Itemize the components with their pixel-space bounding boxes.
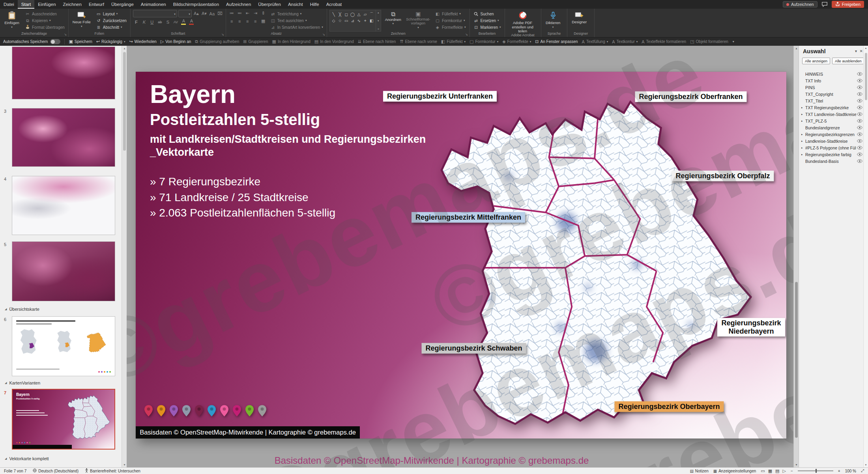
strikethrough-icon[interactable]: ab <box>157 19 163 25</box>
eye-icon[interactable] <box>856 79 862 82</box>
change-case-icon[interactable]: Aa <box>209 10 215 17</box>
zoom-in-icon[interactable]: + <box>838 469 840 473</box>
map-label-regierungsbezirk-schwaben[interactable]: Regierungsbezirk Schwaben <box>421 343 526 354</box>
gallery-down-icon[interactable]: ▾ <box>378 19 379 22</box>
expand-chevron-icon[interactable]: ▸ <box>801 153 805 156</box>
reading-view-icon[interactable]: ▤ <box>775 468 779 474</box>
shape-star-icon[interactable]: ☆ <box>337 17 343 24</box>
slide-thumbnail-6[interactable] <box>12 316 115 376</box>
eye-icon[interactable] <box>856 119 862 123</box>
reset-button[interactable]: ↺Zurücksetzen <box>95 17 128 24</box>
map-label-regierungsbezirk-oberfranken[interactable]: Regierungsbezirk Oberfranken <box>635 91 746 102</box>
language-button[interactable]: Deutsch (Deutschland) <box>33 468 79 473</box>
shape-rounded-rect-icon[interactable]: ▭ <box>343 17 350 24</box>
menu-bildschirmpräsentation[interactable]: Bildschirmpräsentation <box>170 0 223 9</box>
eye-icon[interactable] <box>856 72 862 76</box>
clear-formatting-icon[interactable]: ⌧ <box>217 10 223 17</box>
section-button[interactable]: ≣Abschnitt▾ <box>95 24 128 30</box>
menu-einfügen[interactable]: Einfügen <box>34 0 59 9</box>
eye-icon[interactable] <box>856 153 862 156</box>
slide-thumbnail-7[interactable]: Bayern Postleitzahlen 5-stellig <box>12 389 115 450</box>
qat-textkontur[interactable]: ATextkontur▾ <box>610 39 640 44</box>
qat-ebene-nach-vorne[interactable]: ⇈Ebene nach vorne <box>398 39 439 44</box>
gallery-scrollbar[interactable]: ▴▾≡ <box>376 10 381 31</box>
smartart-button[interactable]: ⊿In SmartArt konvertieren▾ <box>269 24 324 30</box>
paste-button[interactable]: Einfügen ▾ <box>2 10 21 32</box>
shape-outline-button[interactable]: ▢Formkontur▾ <box>434 17 467 24</box>
layer-txt-titel[interactable]: TXT_Titel <box>799 97 868 104</box>
qat-formeffekte[interactable]: ◈Formeffekte▾ <box>500 39 533 44</box>
dialog-launcher-icon[interactable]: ↘ <box>64 33 67 36</box>
justify-icon[interactable]: ≡ <box>252 18 259 24</box>
decrease-font-icon[interactable]: A▾ <box>201 10 208 17</box>
menu-animationen[interactable]: Animationen <box>137 0 170 9</box>
shape-diamond-icon[interactable]: ◇ <box>331 17 337 24</box>
expand-chevron-icon[interactable]: ▸ <box>801 140 805 143</box>
zoom-slider-thumb[interactable] <box>816 469 817 473</box>
layer-#plz-5-polygone-ohne-füll[interactable]: ▸#PLZ-5 Polygone (ohne Füll… <box>799 144 868 151</box>
layer-hinweis[interactable]: HINWEIS <box>799 71 868 77</box>
quick-styles-button[interactable]: ▣ Schnellformat-vorlagen ▾ <box>405 10 431 32</box>
shape-arc-icon[interactable]: ⌒ <box>369 11 375 17</box>
qat-wiederholen[interactable]: ↪Wiederholen <box>127 39 158 44</box>
comments-icon[interactable] <box>821 2 828 7</box>
replace-button[interactable]: ⇄Ersetzen▾ <box>472 17 502 24</box>
qat-in-den-hintergrund[interactable]: ▦In den Hintergrund <box>270 39 312 44</box>
character-spacing-icon[interactable]: AV <box>172 19 179 25</box>
slide-title-block[interactable]: Bayern Postleitzahlen 5-stellig mit Land… <box>150 81 426 222</box>
shape-fill-button[interactable]: ◧Fülleffekt▾ <box>434 11 467 17</box>
font-name-select[interactable]: ▾ <box>133 10 177 17</box>
map-label-regierungsbezirk-oberbayern[interactable]: Regierungsbezirk Oberbayern <box>614 401 724 412</box>
menu-datei[interactable]: Datei <box>0 0 18 9</box>
dialog-launcher-icon[interactable]: ↘ <box>221 33 224 36</box>
hide-all-button[interactable]: Alle ausblenden <box>832 58 864 64</box>
font-color-icon[interactable]: A <box>188 19 195 25</box>
qat-textfüllung[interactable]: ATextfüllung▾ <box>580 39 610 44</box>
eye-icon[interactable] <box>856 106 862 109</box>
qat-in-den-vordergrund[interactable]: ▤In den Vordergrund <box>312 39 356 44</box>
find-button[interactable]: Suchen <box>472 11 502 17</box>
menu-start[interactable]: Start <box>18 0 34 9</box>
designer-button[interactable]: Designer <box>570 10 589 32</box>
shape-rectangle-icon[interactable]: ◻ <box>343 11 350 17</box>
gallery-more-icon[interactable]: ≡ <box>378 28 379 30</box>
slide-subline[interactable]: mit Landkreisen/Stadtkreisen und Regieru… <box>150 133 426 146</box>
map-pin-icon[interactable] <box>182 405 191 416</box>
qat-ebene-nach-hinten[interactable]: ⇊Ebene nach hinten <box>356 39 398 44</box>
decrease-indent-icon[interactable]: ⇤ <box>244 10 251 17</box>
bullet-line[interactable]: » 7 Regierungsbezirke <box>150 175 426 188</box>
layer-txt-regierungsbezirke[interactable]: ▸TXT Regierungsbezirke <box>799 104 868 111</box>
zoom-level[interactable]: 100 % <box>845 469 856 473</box>
slide-sorter-view-icon[interactable]: ▦ <box>768 468 772 474</box>
scroll-up-icon[interactable]: ▴ <box>864 47 868 50</box>
text-shadow-icon[interactable]: S <box>165 19 171 25</box>
slide-bullets[interactable]: » 7 Regierungsbezirke » 71 Landkreise / … <box>150 175 426 220</box>
bullet-line[interactable]: » 71 Landkreise / 25 Stadtkreise <box>150 191 426 204</box>
accessibility-button[interactable]: Barrierefreiheit: Untersuchen <box>85 468 140 474</box>
menu-acrobat[interactable]: Acrobat <box>323 0 346 9</box>
menu-ansicht[interactable]: Ansicht <box>284 0 307 9</box>
shape-line-icon[interactable]: ╲ <box>331 11 337 17</box>
notes-button[interactable]: ▤Notizen <box>690 469 708 473</box>
shape-effects-button[interactable]: ◈Formeffekte▾ <box>434 24 467 30</box>
section-header[interactable]: ◢Vektorkarte komplett <box>5 456 49 461</box>
map-label-regierungsbezirk-unterfranken[interactable]: Regierungsbezirk Unterfranken <box>383 91 497 102</box>
qat-gruppieren[interactable]: ⊞Gruppieren <box>241 39 270 44</box>
layer-txt-plz-5[interactable]: ▸TXT_PLZ-5 <box>799 118 868 124</box>
map-pin-icon[interactable] <box>157 405 165 416</box>
gallery-up-icon[interactable]: ▴ <box>378 11 379 14</box>
map-label-regierungsbezirk-niederbayern[interactable]: Regierungsbezirk Niederbayern <box>717 318 785 336</box>
menu-übergänge[interactable]: Übergänge <box>108 0 137 9</box>
shape-ellipse-icon[interactable]: ◯ <box>350 11 356 17</box>
canvas-scrollbar[interactable]: ▴ ▾ <box>793 46 799 467</box>
qat-an-fenster-anpassen[interactable]: ⊡An Fenster anpassen <box>533 39 580 44</box>
eye-icon[interactable] <box>856 159 862 163</box>
slide-thumbnail-4[interactable] <box>12 176 115 235</box>
line-spacing-icon[interactable]: ⇕ <box>260 10 267 17</box>
text-direction-button[interactable]: ⇄Textrichtung▾ <box>269 11 324 17</box>
expand-chevron-icon[interactable]: ▸ <box>801 133 805 136</box>
font-size-select[interactable]: ▾ <box>178 10 192 17</box>
format-painter-button[interactable]: Format übertragen <box>24 24 66 30</box>
eye-icon[interactable] <box>856 112 862 116</box>
increase-indent-icon[interactable]: ⇥ <box>252 10 259 17</box>
